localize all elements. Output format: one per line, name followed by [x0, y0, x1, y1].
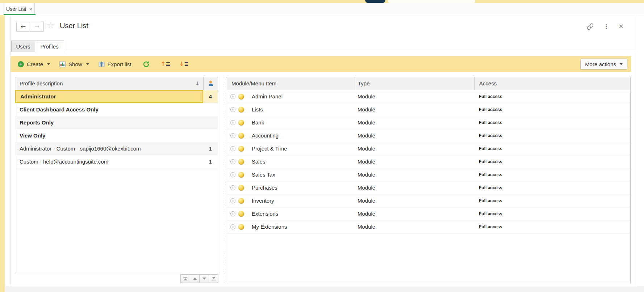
show-button[interactable]: Show	[59, 61, 89, 67]
go-to-last-button[interactable]	[209, 274, 218, 283]
sort-descending-button[interactable]: ↓	[179, 61, 188, 67]
expand-plus-icon[interactable]: +	[230, 185, 235, 190]
module-row[interactable]: + My Extensions Module Full access	[227, 220, 630, 233]
create-button[interactable]: + Create	[18, 61, 50, 67]
user-list-window: ← → ☆ User List ⋮ × Users Profiles + Cre…	[10, 15, 636, 286]
module-access: Full access	[479, 107, 502, 112]
profile-row[interactable]: Client Dashboard Access Only	[15, 103, 218, 116]
sort-ascending-button[interactable]: ↑	[160, 61, 170, 67]
more-actions-caret-icon	[620, 63, 623, 65]
expand-plus-icon[interactable]: +	[230, 211, 235, 216]
profile-row[interactable]: Administrator 4	[15, 90, 218, 103]
profile-name: Client Dashboard Access Only	[20, 106, 99, 113]
expand-plus-icon[interactable]: +	[230, 159, 235, 164]
kebab-menu-icon[interactable]: ⋮	[603, 23, 609, 30]
module-column-header[interactable]: Module/Menu Item	[227, 77, 354, 90]
page-title: User List	[60, 22, 88, 30]
expand-plus-icon[interactable]: +	[230, 172, 235, 177]
tab-users[interactable]: Users	[11, 41, 35, 52]
active-tab-underline	[4, 14, 35, 15]
module-access: Full access	[479, 159, 502, 164]
profile-row[interactable]: Administrator - Custom - sapijo1660@okex…	[15, 142, 218, 155]
tab-close-icon[interactable]: ×	[29, 7, 32, 12]
forward-button[interactable]: →	[30, 21, 44, 32]
sort-descending-arrow-icon: ↓	[179, 61, 184, 67]
go-up-button[interactable]	[190, 274, 200, 283]
tab-users-label: Users	[16, 43, 30, 50]
profiles-table-body: Administrator 4 Client Dashboard Access …	[15, 90, 218, 168]
browser-address-bar-edge	[388, 0, 475, 3]
expand-plus-icon[interactable]: +	[230, 224, 235, 229]
module-name: Accounting	[252, 132, 279, 139]
go-to-first-button[interactable]	[180, 274, 190, 283]
export-list-button[interactable]: Export list	[99, 61, 131, 67]
profile-user-count: 1	[209, 145, 212, 152]
create-plus-icon: +	[18, 61, 24, 67]
module-access: Full access	[479, 211, 502, 216]
profile-row[interactable]: Custom - help@accountingsuite.com 1	[15, 155, 218, 168]
type-column-header[interactable]: Type	[354, 77, 474, 90]
module-type: Module	[357, 132, 375, 139]
module-row[interactable]: + Purchases Module Full access	[227, 181, 630, 194]
window-close-icon[interactable]: ×	[619, 22, 623, 31]
expand-plus-icon[interactable]: +	[230, 133, 235, 138]
expand-plus-icon[interactable]: +	[230, 198, 235, 203]
browser-tab-user-list[interactable]: User List ×	[4, 3, 35, 15]
module-row[interactable]: + Admin Panel Module Full access	[227, 90, 630, 103]
expand-plus-icon[interactable]: +	[230, 146, 235, 151]
access-column-header[interactable]: Access	[474, 77, 630, 90]
more-actions-button[interactable]: More actions	[580, 59, 627, 69]
module-name: My Extensions	[252, 224, 287, 230]
module-sphere-icon	[238, 224, 244, 230]
go-down-button[interactable]	[199, 274, 209, 283]
module-sphere-icon	[238, 94, 244, 100]
module-row[interactable]: + Accounting Module Full access	[227, 129, 630, 142]
module-access: Full access	[479, 198, 502, 203]
user-count-column-header[interactable]	[203, 77, 218, 90]
module-row[interactable]: + Project & Time Module Full access	[227, 142, 630, 155]
access-column-label: Access	[479, 80, 497, 86]
refresh-icon[interactable]	[143, 61, 150, 68]
module-row[interactable]: + Sales Module Full access	[227, 155, 630, 168]
module-row[interactable]: + Inventory Module Full access	[227, 194, 630, 207]
tab-profiles[interactable]: Profiles	[35, 41, 64, 52]
profile-row[interactable]: Reports Only	[15, 116, 218, 129]
history-nav-group: ← →	[16, 21, 44, 32]
create-caret-icon	[47, 63, 50, 65]
module-type: Module	[357, 93, 375, 100]
expand-plus-icon[interactable]: +	[230, 94, 235, 99]
sort-list-bars-icon	[185, 61, 188, 66]
panel-splitter[interactable]	[224, 77, 224, 283]
favorite-star-icon[interactable]: ☆	[47, 20, 55, 30]
toolbar: + Create Show Export list	[11, 56, 631, 72]
module-row[interactable]: + Sales Tax Module Full access	[227, 168, 630, 181]
profiles-table-header: Profile description ↓	[15, 77, 218, 90]
profile-name: View Only	[20, 132, 45, 139]
export-list-icon	[99, 61, 105, 67]
module-access: Full access	[479, 146, 502, 151]
expand-plus-icon[interactable]: +	[230, 107, 235, 112]
module-sphere-icon	[238, 198, 244, 204]
module-type: Module	[357, 145, 375, 152]
expand-plus-icon[interactable]: +	[230, 120, 235, 125]
module-column-label: Module/Menu Item	[231, 80, 276, 86]
module-row[interactable]: + Extensions Module Full access	[227, 207, 630, 220]
profile-description-column-header[interactable]: Profile description ↓	[15, 77, 203, 90]
module-row[interactable]: + Bank Module Full access	[227, 116, 630, 129]
show-caret-icon	[86, 63, 89, 65]
back-button[interactable]: ←	[16, 21, 30, 32]
more-actions-label: More actions	[585, 61, 616, 67]
person-icon	[209, 81, 213, 86]
module-type: Module	[357, 224, 375, 230]
profile-row[interactable]: View Only	[15, 129, 218, 142]
module-row[interactable]: + Lists Module Full access	[227, 103, 630, 116]
link-icon[interactable]	[587, 23, 594, 30]
module-type: Module	[357, 172, 375, 178]
module-sphere-icon	[238, 172, 244, 178]
tab-profiles-label: Profiles	[40, 43, 58, 50]
type-column-label: Type	[358, 80, 370, 86]
tabs-baseline	[11, 52, 636, 52]
browser-tab-bar: User List ×	[0, 3, 644, 15]
module-access: Full access	[479, 120, 502, 125]
module-sphere-icon	[238, 211, 244, 217]
